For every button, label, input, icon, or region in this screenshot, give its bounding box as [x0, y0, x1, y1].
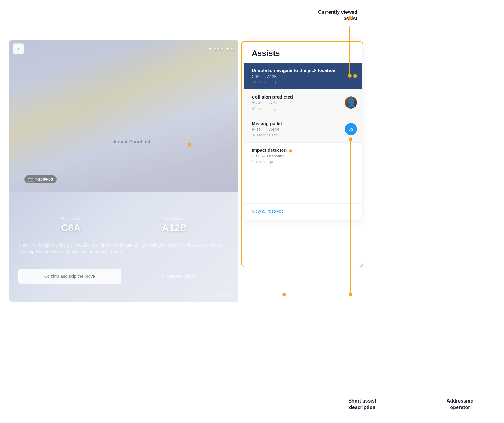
active-indicator-dot [353, 74, 357, 78]
assist-item-2-time: 32 seconds ago [252, 107, 355, 111]
assist-item-1-route: C6A → A12B [252, 74, 355, 79]
assist-item-1-title: Unable to navigate to the pick location [252, 68, 355, 73]
assist-item-4-route: C3B → Outbound 1 [252, 154, 355, 158]
operator-initials-js: JS [345, 123, 357, 135]
assist-item-2-title: Collision predicted [252, 94, 355, 99]
assist-item-2[interactable]: Collision predicted A56C → A19C 32 secon… [244, 89, 362, 116]
addressing-operator-annotation: Addressing operator [447, 398, 473, 411]
operator-avatar-3: JS [345, 123, 357, 135]
assist-item-4[interactable]: Impact detected C3B → Outbound 1 1 minut… [244, 143, 362, 204]
view-resolved-link[interactable]: View all resolved [252, 209, 284, 214]
assist-item-2-route: A56C → A19C [252, 101, 355, 105]
assist-item-1[interactable]: Unable to navigate to the pick location … [244, 63, 362, 89]
warehouse-toolbar: ‹ ▾ MAIN VIEW [13, 43, 235, 54]
assist-item-3-time: 37 seconds ago [252, 133, 355, 137]
confirm-skip-button[interactable]: Confirm and skip the move [18, 269, 121, 284]
assist-item-4-time: 1 minute ago [252, 160, 355, 164]
assist-item-4-title: Impact detected [252, 147, 287, 153]
back-button[interactable]: ‹ [13, 43, 24, 54]
currently-viewed-annotation: Currently viewed assist [318, 9, 357, 22]
assist-item-3-title: Missing pallet [252, 121, 355, 126]
impact-indicator-dot [289, 149, 292, 152]
pick-location-block: Pick location C6A [60, 217, 81, 233]
warehouse-image [9, 40, 238, 192]
assist-item-3-route: B21C → A44B [252, 127, 355, 132]
assist-item-1-time: 12 seconds ago [252, 80, 355, 84]
location-section: Pick location C6A → Place location A12B [9, 217, 238, 233]
short-assist-annotation: Short assist description [348, 398, 376, 411]
assist-description: Unable to navigate to the pick location.… [18, 242, 229, 255]
place-location-block: Place location A12B [162, 217, 187, 233]
main-view-label: ▾ MAIN VIEW [209, 47, 235, 51]
remote-control-button[interactable]: 🖥 Remote Control [127, 269, 229, 284]
view-resolved-section: View all resolved [244, 204, 362, 220]
assist-item-3[interactable]: Missing pallet B21C → A44B 37 seconds ag… [244, 116, 362, 143]
action-buttons: Confirm and skip the move 🖥 Remote Contr… [18, 269, 229, 284]
assists-header: Assists [244, 41, 362, 63]
assists-panel: Assists Unable to navigate to the pick l… [244, 41, 362, 220]
operator-photo [345, 96, 357, 109]
warehouse-panel: ‹ ▾ MAIN VIEW 📷 T-1000-03 Pick location … [9, 40, 238, 302]
truck-badge: 📷 T-1000-03 [24, 175, 57, 183]
operator-avatar-2 [345, 96, 357, 109]
bottom-annotations: Short assist description Addressing oper… [0, 398, 504, 411]
svg-point-10 [348, 16, 352, 20]
impact-title-row: Impact detected [252, 147, 355, 154]
location-arrow: → [118, 224, 125, 233]
retry-button[interactable]: ↺ Retry [214, 292, 229, 297]
